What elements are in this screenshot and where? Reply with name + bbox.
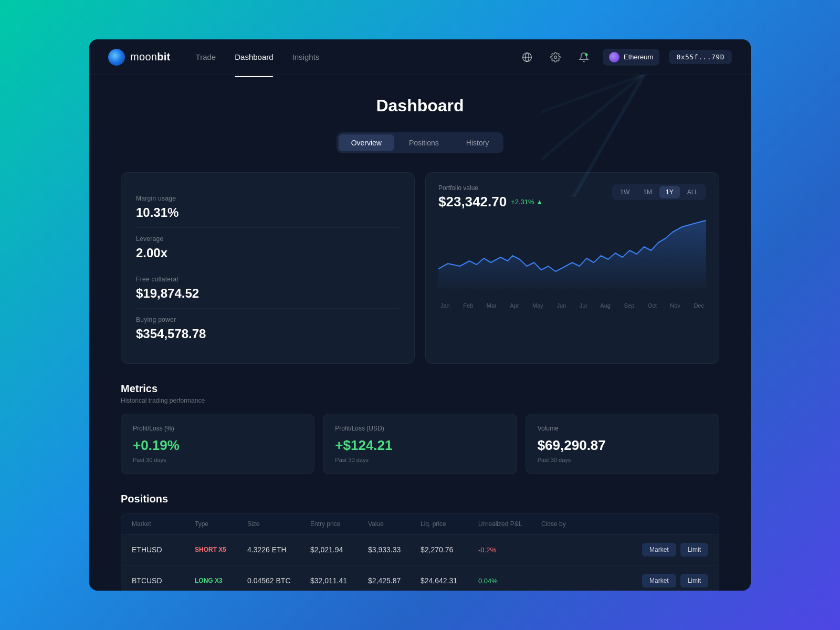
- month-aug: Aug: [600, 302, 611, 309]
- portfolio-change: +2.31% ▲: [511, 198, 543, 206]
- free-collateral-label: Free collateral: [136, 276, 400, 283]
- tab-overview[interactable]: Overview: [339, 134, 394, 151]
- close-buttons-ethusd: Market Limit: [541, 543, 708, 556]
- svg-point-4: [585, 53, 588, 56]
- free-collateral-value: $19,874.52: [136, 286, 400, 301]
- bell-icon[interactable]: [574, 48, 593, 67]
- month-apr: Apr: [510, 302, 519, 309]
- month-oct: Oct: [648, 302, 657, 309]
- pnl-usd-value: +$124.21: [335, 437, 505, 454]
- time-btn-all[interactable]: ALL: [681, 186, 705, 198]
- month-mar: Mar: [487, 302, 497, 309]
- positions-table: Market Type Size Entry price Value Liq. …: [121, 513, 719, 591]
- tab-positions[interactable]: Positions: [396, 134, 452, 151]
- time-buttons: 1W 1M 1Y ALL: [612, 184, 706, 200]
- time-btn-1m[interactable]: 1M: [637, 186, 658, 198]
- globe-icon[interactable]: [518, 48, 537, 67]
- close-buttons-btcusd: Market Limit: [541, 574, 708, 587]
- free-collateral-item: Free collateral $19,874.52: [136, 268, 400, 309]
- portfolio-value: $23,342.70 +2.31% ▲: [438, 194, 543, 210]
- logo: moonbit: [108, 49, 171, 66]
- col-pnl: Unrealized P&L: [478, 520, 541, 528]
- market-btcusd: BTCUSD: [132, 576, 195, 585]
- market-close-btcusd[interactable]: Market: [642, 574, 676, 587]
- entry-btcusd: $32,011.41: [310, 576, 368, 585]
- svg-point-3: [554, 56, 557, 58]
- volume-label: Volume: [538, 425, 707, 432]
- pnl-percent-value: +0.19%: [133, 437, 302, 454]
- month-jan: Jan: [440, 302, 450, 309]
- positions-title: Positions: [121, 493, 719, 505]
- margin-usage-label: Margin usage: [136, 195, 400, 202]
- time-btn-1w[interactable]: 1W: [614, 186, 636, 198]
- month-sep: Sep: [624, 302, 634, 309]
- pnl-percent-card: Profit/Loss (%) +0.19% Past 30 days: [121, 414, 314, 474]
- table-row: ETHUSD SHORT X5 4.3226 ETH $2,021.94 $3,…: [121, 534, 719, 565]
- margin-usage-item: Margin usage 10.31%: [136, 187, 400, 228]
- metrics-section: Metrics Historical trading performance P…: [121, 383, 719, 474]
- month-jul: Jul: [580, 302, 587, 309]
- pnl-usd-label: Profit/Loss (USD): [335, 425, 505, 432]
- leverage-label: Leverage: [136, 235, 400, 243]
- table-row: BTCUSD LONG X3 0.04562 BTC $32,011.41 $2…: [121, 565, 719, 591]
- portfolio-info: Portfolio value $23,342.70 +2.31% ▲: [438, 184, 543, 210]
- pnl-percent-period: Past 30 days: [133, 457, 302, 463]
- pnl-btcusd: 0.04%: [478, 577, 541, 585]
- col-close: Close by: [541, 520, 708, 528]
- nav-insights[interactable]: Insights: [292, 50, 320, 64]
- col-value: Value: [368, 520, 421, 528]
- main-content: Dashboard Overview Positions History Mar…: [89, 75, 751, 591]
- chart-months: Jan Feb Mar Apr May Jun Jul Aug Sep Oct …: [438, 302, 706, 309]
- month-feb: Feb: [463, 302, 473, 309]
- value-ethusd: $3,933.33: [368, 545, 421, 554]
- pnl-usd-period: Past 30 days: [335, 457, 505, 463]
- type-ethusd: SHORT X5: [195, 546, 247, 553]
- nav-dashboard[interactable]: Dashboard: [235, 50, 273, 64]
- entry-ethusd: $2,021.94: [310, 545, 368, 554]
- tab-history[interactable]: History: [454, 134, 502, 151]
- margin-usage-value: 10.31%: [136, 205, 400, 220]
- value-btcusd: $2,425.87: [368, 576, 421, 585]
- month-nov: Nov: [670, 302, 680, 309]
- account-metrics-card: Margin usage 10.31% Leverage 2.00x Free …: [121, 172, 415, 364]
- month-jun: Jun: [556, 302, 566, 309]
- metrics-title: Metrics: [121, 383, 719, 395]
- settings-icon[interactable]: [546, 48, 565, 67]
- logo-text: moonbit: [130, 51, 171, 63]
- col-size: Size: [247, 520, 310, 528]
- chart-header: Portfolio value $23,342.70 +2.31% ▲ 1W 1…: [438, 184, 706, 210]
- month-dec: Dec: [694, 302, 704, 309]
- limit-close-ethusd[interactable]: Limit: [680, 543, 708, 556]
- logo-icon: [108, 49, 125, 66]
- volume-period: Past 30 days: [538, 457, 707, 463]
- size-ethusd: 4.3226 ETH: [247, 545, 310, 554]
- volume-card: Volume $69,290.87 Past 30 days: [526, 414, 719, 474]
- network-selector[interactable]: Ethereum: [603, 49, 659, 66]
- col-type: Type: [195, 520, 247, 528]
- nav-trade[interactable]: Trade: [196, 50, 216, 64]
- limit-close-btcusd[interactable]: Limit: [680, 574, 708, 587]
- market-close-ethusd[interactable]: Market: [642, 543, 676, 556]
- app-window: moonbit Trade Dashboard Insights: [89, 39, 751, 591]
- col-liq: Liq. price: [421, 520, 478, 528]
- nav-links: Trade Dashboard Insights: [196, 50, 518, 64]
- time-btn-1y[interactable]: 1Y: [659, 186, 680, 198]
- network-icon: [609, 52, 620, 62]
- leverage-item: Leverage 2.00x: [136, 228, 400, 268]
- liq-btcusd: $24,642.31: [421, 576, 478, 585]
- nav-actions: Ethereum 0x55f...79D: [518, 48, 732, 67]
- page-title: Dashboard: [121, 96, 719, 116]
- portfolio-value-label: Portfolio value: [438, 184, 543, 192]
- pnl-usd-card: Profit/Loss (USD) +$124.21 Past 30 days: [323, 414, 517, 474]
- positions-section: Positions Market Type Size Entry price V…: [121, 493, 719, 591]
- metrics-subtitle: Historical trading performance: [121, 397, 719, 404]
- pnl-percent-label: Profit/Loss (%): [133, 425, 302, 432]
- buying-power-item: Buying power $354,578.78: [136, 309, 400, 349]
- metrics-grid: Profit/Loss (%) +0.19% Past 30 days Prof…: [121, 414, 719, 474]
- wallet-address[interactable]: 0x55f...79D: [669, 50, 732, 64]
- leverage-value: 2.00x: [136, 246, 400, 260]
- col-market: Market: [132, 520, 195, 528]
- network-label: Ethereum: [624, 53, 653, 61]
- portfolio-chart: [438, 216, 706, 300]
- navbar: moonbit Trade Dashboard Insights: [89, 39, 751, 75]
